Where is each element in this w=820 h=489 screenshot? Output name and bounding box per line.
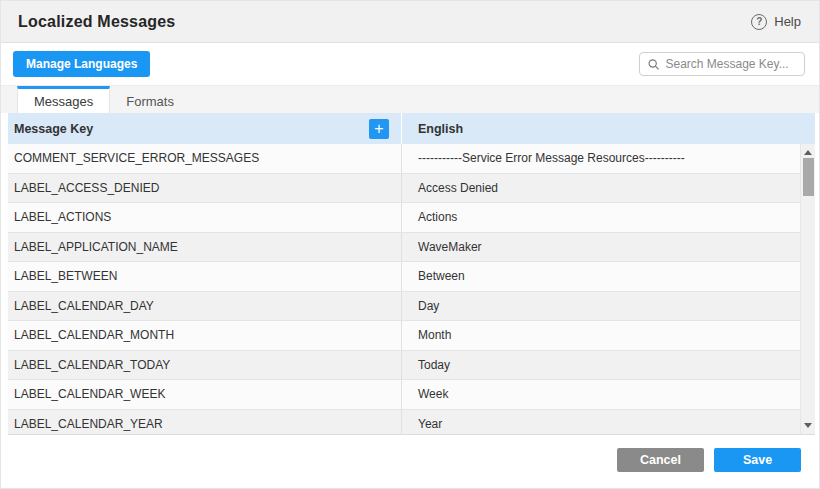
english-value-cell[interactable]: Week	[402, 380, 815, 409]
help-question-icon: ?	[751, 14, 767, 30]
scroll-up-icon[interactable]	[804, 150, 812, 155]
dialog-footer: Cancel Save	[1, 435, 819, 489]
messages-table: Message Key + English COMMENT_SERVICE_ER…	[8, 113, 815, 435]
table-row[interactable]: LABEL_APPLICATION_NAME WaveMaker	[8, 233, 815, 263]
vertical-scrollbar[interactable]	[800, 144, 815, 434]
table-row[interactable]: COMMENT_SERVICE_ERROR_MESSAGES ---------…	[8, 144, 815, 174]
english-value-cell[interactable]: WaveMaker	[402, 233, 815, 262]
tab-strip: Messages Formats	[1, 85, 819, 113]
table-body: COMMENT_SERVICE_ERROR_MESSAGES ---------…	[8, 144, 815, 435]
table-row[interactable]: LABEL_CALENDAR_MONTH Month	[8, 321, 815, 351]
add-message-key-button[interactable]: +	[369, 119, 389, 139]
help-label: Help	[774, 14, 801, 29]
dialog-titlebar: Localized Messages ? Help	[1, 1, 819, 43]
manage-languages-button[interactable]: Manage Languages	[13, 51, 150, 77]
table-row[interactable]: LABEL_CALENDAR_YEAR Year	[8, 410, 815, 436]
search-box[interactable]	[639, 52, 805, 76]
english-header-label: English	[418, 122, 463, 136]
english-value-cell[interactable]: Today	[402, 351, 815, 380]
table-row[interactable]: LABEL_CALENDAR_WEEK Week	[8, 380, 815, 410]
cancel-button[interactable]: Cancel	[617, 448, 704, 472]
english-value-cell[interactable]: Actions	[402, 203, 815, 232]
english-value-cell[interactable]: Year	[402, 410, 815, 436]
table-row[interactable]: LABEL_ACTIONS Actions	[8, 203, 815, 233]
english-value-cell[interactable]: Month	[402, 321, 815, 350]
english-value-cell[interactable]: Day	[402, 292, 815, 321]
message-key-cell[interactable]: LABEL_BETWEEN	[8, 262, 402, 291]
message-key-cell[interactable]: COMMENT_SERVICE_ERROR_MESSAGES	[8, 144, 402, 173]
help-button[interactable]: ? Help	[751, 14, 801, 30]
search-input[interactable]	[665, 57, 796, 71]
search-icon	[648, 58, 659, 71]
tab-messages[interactable]: Messages	[17, 86, 110, 113]
table-header-row: Message Key + English	[8, 113, 815, 144]
message-key-cell[interactable]: LABEL_APPLICATION_NAME	[8, 233, 402, 262]
toolbar: Manage Languages	[1, 43, 819, 85]
table-row[interactable]: LABEL_CALENDAR_DAY Day	[8, 292, 815, 322]
english-value-cell[interactable]: Access Denied	[402, 174, 815, 203]
table-row[interactable]: LABEL_ACCESS_DENIED Access Denied	[8, 174, 815, 204]
table-row[interactable]: LABEL_CALENDAR_TODAY Today	[8, 351, 815, 381]
tab-formats[interactable]: Formats	[110, 86, 190, 113]
message-key-cell[interactable]: LABEL_CALENDAR_YEAR	[8, 410, 402, 436]
message-key-cell[interactable]: LABEL_CALENDAR_DAY	[8, 292, 402, 321]
column-header-english: English	[402, 113, 815, 144]
english-value-cell[interactable]: -----------Service Error Message Resourc…	[402, 144, 815, 173]
table-row[interactable]: LABEL_BETWEEN Between	[8, 262, 815, 292]
message-key-cell[interactable]: LABEL_CALENDAR_TODAY	[8, 351, 402, 380]
english-value-cell[interactable]: Between	[402, 262, 815, 291]
message-key-cell[interactable]: LABEL_CALENDAR_WEEK	[8, 380, 402, 409]
scroll-down-icon[interactable]	[804, 423, 812, 428]
message-key-cell[interactable]: LABEL_ACCESS_DENIED	[8, 174, 402, 203]
message-key-cell[interactable]: LABEL_CALENDAR_MONTH	[8, 321, 402, 350]
save-button[interactable]: Save	[714, 448, 801, 472]
message-key-cell[interactable]: LABEL_ACTIONS	[8, 203, 402, 232]
column-header-message-key: Message Key +	[8, 113, 402, 144]
page-title: Localized Messages	[18, 13, 175, 31]
scrollbar-thumb[interactable]	[803, 158, 814, 196]
message-key-header-label: Message Key	[14, 122, 93, 136]
